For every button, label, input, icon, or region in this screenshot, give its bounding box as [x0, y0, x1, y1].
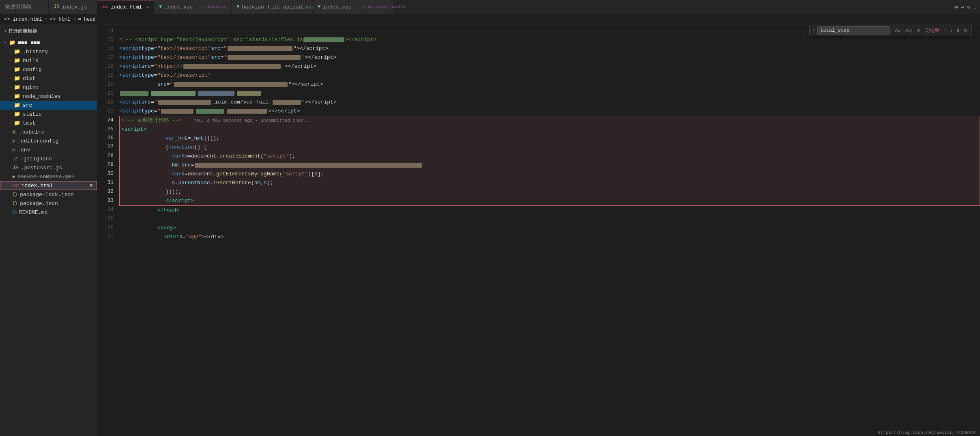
sidebar-item-package-lock[interactable]: {} package-lock.json	[0, 190, 97, 199]
code-line: <!-- 百度统计代码 -->You, a few seconds ago • …	[121, 116, 978, 125]
prev-result-button[interactable]: ↑	[942, 27, 948, 34]
tab-index-html[interactable]: <> index.html ✕	[97, 0, 154, 14]
sidebar-item-docker-compose[interactable]: ✱ docker-compose.yml	[0, 172, 97, 181]
search-navigation: ↑ ↓ ≡ ✕	[942, 27, 969, 34]
js-icon: JS	[54, 4, 59, 10]
tab-resource-manager[interactable]: 资源管理器	[0, 0, 49, 14]
code-line: <script type="text/javascript" src=""></…	[119, 44, 980, 53]
tab-baoxiao-file-upload[interactable]: ▼ baoxiao_file_upload.vue	[232, 0, 313, 14]
tab-sublabel: .../personal_center	[356, 4, 406, 9]
sidebar-item-label: .env	[17, 147, 30, 153]
breadcrumb-sep-1: >	[45, 17, 47, 22]
code-line: var s = document.getElementsByTagName("s…	[121, 170, 978, 179]
tab-close-button[interactable]: ✕	[146, 4, 149, 10]
sidebar-item-editorconfig[interactable]: ◈ .editorconfig	[0, 136, 97, 145]
folder-icon: 📁	[14, 102, 20, 108]
sidebar-item-package-json[interactable]: {} package.json	[0, 199, 97, 208]
sidebar-item-gitignore[interactable]: ⎇ .gitignore	[0, 154, 97, 163]
search-icon: ⌕	[812, 28, 815, 34]
folder-arrow-icon: ›	[9, 103, 11, 108]
babelrc-icon: ⑥	[12, 129, 17, 135]
sidebar-item-dist[interactable]: › 📁 dist	[0, 74, 97, 83]
search-widget: ⌕ Aa Ab| ✳ 无结果 ↑ ↓ ≡ ✕	[809, 25, 972, 36]
tab-index-js[interactable]: JS index.js	[49, 0, 97, 14]
code-container[interactable]: 14 15 16 17 18 19 20 21 22 23 24 25 26 2…	[97, 25, 980, 436]
code-line: var _hmt = _hmt || [];	[121, 134, 978, 143]
code-line: var hm = document.createElement("script"…	[121, 152, 978, 161]
search-input[interactable]	[817, 26, 890, 35]
js-icon: JS	[12, 165, 19, 171]
sidebar-item-postcssrc[interactable]: JS .postcssrc.js	[0, 163, 97, 172]
tab-label: 资源管理器	[5, 3, 31, 11]
code-line: <script type="></script>	[119, 107, 980, 116]
sidebar-item-label: .editorconfig	[17, 138, 58, 144]
tab-label: index.html	[110, 4, 142, 10]
modified-badge: M	[90, 183, 92, 188]
sidebar: ▾ 打开的编辑器 ▾ 📁 ■■■ ■■■ › 📁 .history › 📁 bu…	[0, 25, 97, 436]
code-line: <script src="https:// ></script>	[119, 62, 980, 71]
undo-icon[interactable]: ↩	[961, 4, 964, 11]
vue-icon: ▼	[318, 4, 320, 10]
folder-icon: 📁	[14, 57, 20, 64]
more-options-button[interactable]: ≡	[955, 27, 961, 34]
sidebar-item-config[interactable]: › 📁 config	[0, 65, 97, 74]
sidebar-item-src[interactable]: › 📁 src	[0, 101, 97, 110]
code-line: <body>	[119, 224, 980, 233]
md-icon: ⓘ	[12, 209, 17, 216]
code-line: <script type="text/javascript"	[119, 71, 980, 80]
regex-button[interactable]: ✳	[915, 27, 922, 34]
code-line: <div id="app"></div>	[119, 233, 980, 242]
sidebar-item-build[interactable]: › 📁 build	[0, 56, 97, 65]
sidebar-item-test[interactable]: › 📁 test	[0, 119, 97, 127]
sidebar-item-node-modules[interactable]: › 📁 node_modules	[0, 92, 97, 101]
split-editor-icon[interactable]: ⇌	[954, 3, 959, 11]
whole-word-button[interactable]: Ab|	[903, 27, 914, 34]
sidebar-project-root[interactable]: ▾ 📁 ■■■ ■■■	[0, 38, 97, 47]
breadcrumb-item-html[interactable]: <> html	[50, 17, 70, 22]
tab-index-vue-baoxiao[interactable]: ▼ index.vue .../baoxiao	[154, 0, 232, 14]
sidebar-item-nginx[interactable]: › 📁 nginx	[0, 83, 97, 92]
breadcrumb-item-file[interactable]: <> index.html	[4, 17, 42, 22]
folder-icon: 📁	[14, 84, 20, 91]
editor-area: ⌕ Aa Ab| ✳ 无结果 ↑ ↓ ≡ ✕ 14 15 16 17 18	[97, 25, 980, 436]
sidebar-item-env[interactable]: ⚙ .env	[0, 145, 97, 154]
breadcrumb-sep-2: >	[73, 17, 75, 22]
sidebar-item-label: index.html	[21, 183, 53, 189]
breadcrumb-item-head[interactable]: ⊕ head	[78, 16, 95, 22]
code-line: <script src=".icim.com/vue-full-"></scri…	[119, 98, 980, 107]
next-result-button[interactable]: ↓	[948, 27, 954, 34]
ellipsis-icon[interactable]: …	[973, 4, 976, 10]
tab-index-vue-personal[interactable]: ▼ index.vue .../personal_center	[313, 0, 394, 14]
match-case-button[interactable]: Aa	[893, 27, 902, 34]
code-line: (function () {	[121, 143, 978, 152]
tab-bar: 资源管理器 JS index.js <> index.html ✕ ▼ inde…	[0, 0, 980, 14]
sidebar-item-babelrc[interactable]: ⑥ .babelrc	[0, 127, 97, 136]
sidebar-item-label: src	[23, 102, 32, 108]
folder-icon: 📁	[14, 93, 20, 99]
sidebar-item-history[interactable]: › 📁 .history	[0, 47, 97, 56]
sidebar-item-readme[interactable]: ⓘ README.md	[0, 208, 97, 217]
sidebar-item-label: nginx	[23, 84, 39, 91]
json-icon: {}	[12, 192, 17, 197]
code-line: <script type="text/javascript" src=''></…	[119, 53, 980, 62]
close-search-button[interactable]: ✕	[962, 27, 969, 34]
sidebar-item-index-html[interactable]: <> index.html M	[0, 181, 97, 190]
sidebar-item-label: .babelrc	[19, 129, 44, 135]
line-numbers: 14 15 16 17 18 19 20 21 22 23 24 25 26 2…	[97, 25, 118, 436]
folder-icon: 📁	[14, 120, 20, 126]
code-line	[119, 89, 980, 98]
status-url: https://blog.csdn.net/weixin_44258964	[878, 430, 977, 435]
sidebar-item-label: docker-compose.yml	[17, 174, 74, 180]
sidebar-item-label: test	[23, 120, 35, 126]
folder-icon: 📁	[14, 75, 20, 82]
breadcrumb: <> index.html > <> html > ⊕ head	[0, 14, 980, 25]
more-icon[interactable]: ⊙	[967, 4, 970, 11]
sidebar-item-label: .postcssrc.js	[21, 165, 62, 171]
project-folder-icon: 📁	[9, 39, 15, 46]
sidebar-item-static[interactable]: › 📁 static	[0, 110, 97, 119]
code-line: src=""></script>	[119, 80, 980, 89]
code-line: hm.src =	[121, 161, 978, 170]
vue-icon: ▼	[236, 4, 239, 10]
tab-sublabel: .../baoxiao	[197, 4, 226, 9]
folder-icon: 📁	[14, 111, 20, 117]
